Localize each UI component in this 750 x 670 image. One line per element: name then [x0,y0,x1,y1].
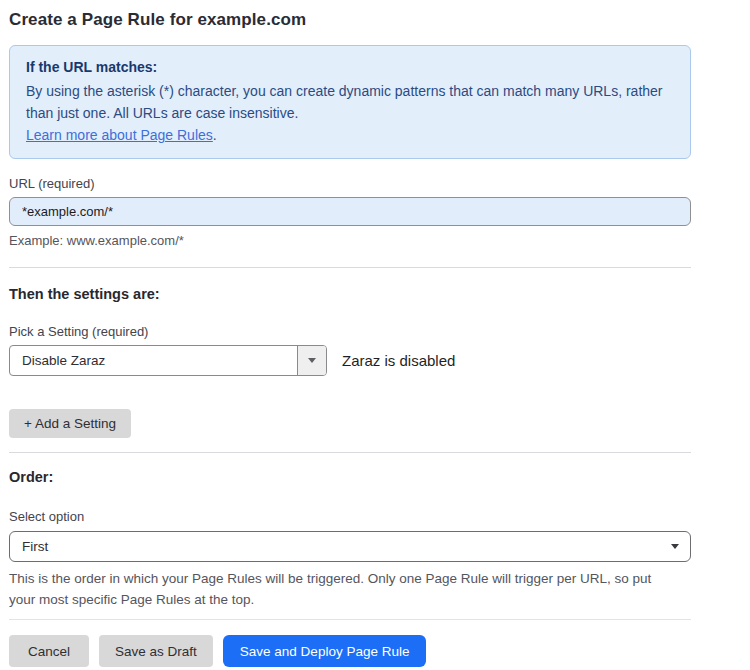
order-select-wrap: First [9,531,691,562]
link-suffix: . [213,127,217,143]
learn-more-link[interactable]: Learn more about Page Rules [26,127,213,143]
divider [9,267,691,268]
info-box-body: By using the asterisk (*) character, you… [26,80,674,124]
add-setting-button[interactable]: + Add a Setting [9,409,131,438]
divider [9,619,691,620]
triangle-down-icon [308,358,316,363]
setting-status-text: Zaraz is disabled [342,352,455,369]
page-rule-form: Create a Page Rule for example.com If th… [0,0,691,667]
cancel-button[interactable]: Cancel [9,635,89,667]
save-and-deploy-button[interactable]: Save and Deploy Page Rule [223,635,427,667]
info-box-link-line: Learn more about Page Rules. [26,124,674,146]
page-title: Create a Page Rule for example.com [9,10,691,30]
settings-section-heading: Then the settings are: [9,286,691,302]
setting-combobox[interactable]: Disable Zaraz [9,345,327,376]
footer-actions: Cancel Save as Draft Save and Deploy Pag… [9,635,691,667]
url-match-info-box: If the URL matches: By using the asteris… [9,45,691,159]
select-option-label: Select option [9,509,691,524]
divider [9,452,691,453]
setting-picker-row: Disable Zaraz Zaraz is disabled [9,345,691,376]
setting-dropdown-button[interactable] [297,346,326,375]
order-select-value: First [22,539,48,554]
save-as-draft-button[interactable]: Save as Draft [99,635,213,667]
order-description: This is the order in which your Page Rul… [9,568,674,610]
info-box-heading: If the URL matches: [26,57,674,78]
url-input[interactable] [9,197,691,226]
setting-combobox-value: Disable Zaraz [10,346,297,375]
url-label: URL (required) [9,176,691,191]
pick-setting-label: Pick a Setting (required) [9,324,691,339]
url-example-hint: Example: www.example.com/* [9,233,691,248]
order-section-heading: Order: [9,469,691,485]
order-select[interactable]: First [9,531,691,562]
